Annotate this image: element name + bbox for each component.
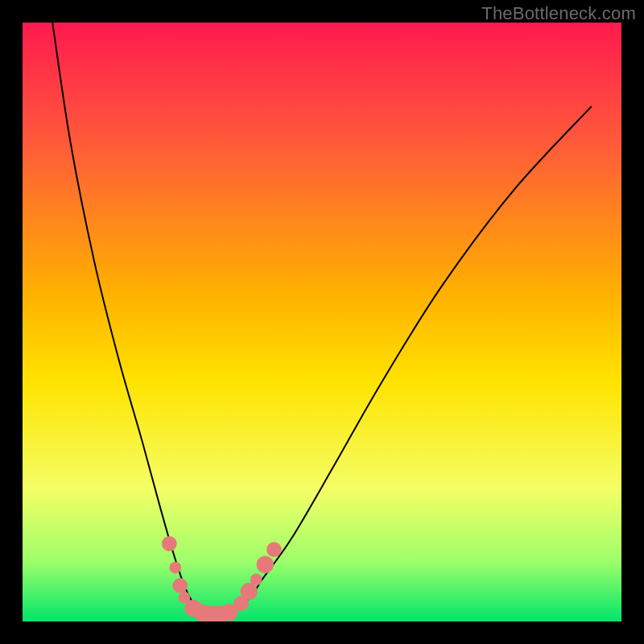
data-marker — [241, 583, 258, 600]
plot-area — [23, 23, 621, 621]
data-marker — [169, 562, 181, 574]
data-marker — [266, 542, 282, 557]
gradient-background — [23, 23, 621, 621]
chart-svg — [23, 23, 621, 621]
chart-frame: TheBottleneck.com — [0, 0, 644, 644]
data-marker — [162, 536, 177, 551]
data-marker — [172, 578, 188, 593]
watermark-text: TheBottleneck.com — [481, 3, 636, 24]
data-marker — [250, 574, 262, 586]
data-marker — [257, 556, 274, 573]
